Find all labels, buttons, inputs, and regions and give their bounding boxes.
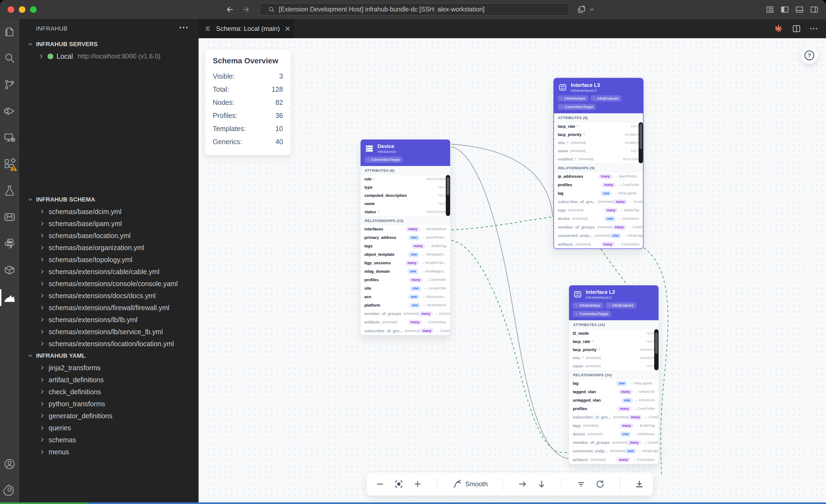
testing-icon[interactable] [0, 181, 19, 200]
search-view-icon[interactable] [0, 49, 19, 68]
yaml-folder-item[interactable]: artifact_definitions [19, 374, 198, 386]
relationship-row[interactable]: member_of_groups (inherited) many → Core… [361, 310, 450, 318]
zoom-out-button[interactable] [375, 480, 384, 489]
source-control-icon[interactable] [0, 75, 19, 94]
new-window-icon[interactable] [577, 5, 586, 14]
pane-infrahub-servers[interactable]: INFRAHUB SERVERS [19, 38, 198, 50]
relationship-row[interactable]: primary_address one → IpamIPAddr... [361, 234, 450, 242]
server-item-local[interactable]: Local http://localhost:8000 (v1.6.0) [19, 50, 198, 62]
relationship-row[interactable]: lag one → InfraLagInte... [569, 379, 659, 388]
card-scrollbar[interactable] [446, 175, 450, 216]
attribute-row[interactable]: enabled ? (inherited) BOOLEAN [554, 155, 643, 163]
relationship-row[interactable]: artifacts (inherited) many → CoreArtifac… [554, 240, 643, 248]
relationship-row[interactable]: profiles many → CoreProfile [554, 181, 643, 189]
relationship-row[interactable]: asn one → InfraAutono... [361, 293, 450, 301]
containers-icon[interactable] [0, 260, 19, 279]
tab-schema-local-main[interactable]: Schema: Local (main) [198, 19, 294, 38]
relationship-row[interactable]: platform one → InfraPlatform [361, 301, 450, 310]
command-center[interactable]: [Extension Development Host] infrahub-bu… [259, 3, 570, 16]
layout-horizontal-button[interactable] [518, 480, 527, 489]
toggle-secondary-sidebar-icon[interactable] [810, 5, 819, 14]
relationship-row[interactable]: profiles many → CoreProfile [361, 276, 450, 284]
remote-explorer-icon[interactable] [0, 128, 19, 147]
relationship-row[interactable]: member_of_groups (inherited) many → Core… [569, 438, 659, 447]
attribute-row[interactable]: mtu ? (inherited) NUMBER [554, 139, 643, 147]
card-scrollbar[interactable] [639, 122, 643, 163]
schema-graph-canvas[interactable]: Schema Overview Visible: 3 Total: 128 No… [198, 38, 826, 502]
yaml-folder-item[interactable]: check_definitions [19, 386, 198, 398]
split-editor-icon[interactable] [791, 24, 802, 34]
forward-arrow-icon[interactable] [241, 5, 250, 14]
schema-file-item[interactable]: schemas/base/dcim.yml [19, 205, 198, 217]
relationship-row[interactable]: lag one → InfraLagInte... [554, 189, 643, 198]
schema-file-item[interactable]: schemas/extensions/docs/docs.yml [19, 290, 198, 302]
schema-file-item[interactable]: schemas/extensions/lb/lb.yml [19, 314, 198, 326]
schema-file-item[interactable]: schemas/extensions/lb/service_lb.yml [19, 326, 198, 338]
relationship-row[interactable]: member_of_groups (inherited) many → Core… [554, 223, 643, 232]
relationship-row[interactable]: subscriber_of_gro... (inherited) many → … [569, 413, 659, 422]
pane-infrahub-schema[interactable]: INFRAHUB SCHEMA [19, 194, 198, 205]
attribute-row[interactable]: name (inherited) TEXT [569, 362, 659, 370]
relationship-row[interactable]: subscriber_of_gro... (inherited) many → … [361, 326, 450, 335]
yaml-folder-item[interactable]: jinja2_transforms [19, 362, 198, 374]
infrahub-logo-icon[interactable] [773, 23, 784, 34]
relationship-row[interactable]: artifacts (inherited) many → CoreArtifac… [569, 455, 659, 464]
relationship-row[interactable]: connected_endp... (inherited) one → Infr… [554, 232, 643, 240]
relationship-row[interactable]: connected_endp... (inherited) one → Infr… [569, 447, 659, 455]
more-actions-icon[interactable] [179, 27, 188, 28]
relationship-row[interactable]: profiles many → CoreProfile [569, 404, 659, 413]
attribute-row[interactable]: mtu ? (inherited) NUMBER [569, 354, 659, 362]
zoom-window-button[interactable] [30, 6, 37, 13]
settings-gear-icon[interactable] [0, 480, 19, 499]
minimize-window-button[interactable] [19, 6, 25, 13]
chevron-down-icon[interactable] [589, 7, 595, 12]
relationship-row[interactable]: tags (inherited) many → BuiltinTag [569, 422, 659, 430]
node-header[interactable]: Interface L3 InfraInterfaceL3 ↑ InfraInt… [554, 78, 643, 113]
relationship-row[interactable]: ip_addresses many → IpamIPAddr... [554, 172, 643, 181]
explorer-icon[interactable] [0, 22, 19, 41]
infrahub-view-icon[interactable] [0, 288, 19, 307]
back-arrow-icon[interactable] [226, 5, 234, 14]
zoom-in-button[interactable] [413, 480, 422, 489]
relationship-row[interactable]: tagged_vlan many → InfraVLAN [569, 388, 659, 396]
layout-vertical-button[interactable] [537, 480, 546, 489]
extension-m-icon[interactable] [0, 207, 19, 227]
schema-file-item[interactable]: schemas/base/location.yml [19, 230, 198, 242]
extensions-icon[interactable] [0, 154, 19, 174]
relationship-row[interactable]: mlag_domain one → InfraMlagDo... [361, 267, 450, 276]
attribute-row[interactable]: lacp_priority ? NUMBER [569, 345, 659, 354]
relationship-row[interactable]: subscriber_of_gro... (inherited) many → … [554, 198, 643, 206]
fit-view-button[interactable] [394, 480, 403, 489]
schema-node-device[interactable]: Device InfraDevice ↑ CoreArtifactTarget … [360, 139, 451, 335]
yaml-folder-item[interactable]: python_transforms [19, 398, 198, 410]
relationship-row[interactable]: artifacts (inherited) many → CoreArtifac… [361, 318, 450, 326]
relationship-row[interactable]: object_template one → TemplateInf... [361, 250, 450, 259]
attribute-row[interactable]: lacp_rate ? TEXT [554, 122, 643, 130]
yaml-folder-item[interactable]: generator_definitions [19, 410, 198, 422]
attribute-row[interactable]: computed_description TEXT [361, 191, 450, 200]
schema-file-item[interactable]: schemas/extensions/console/console.yaml [19, 278, 198, 290]
pane-infrahub-yaml[interactable]: INFRAHUB YAML [19, 350, 198, 362]
relationship-row[interactable]: site one → LocationSite [361, 284, 450, 293]
attribute-row[interactable]: l2_mode TEXT [569, 329, 659, 337]
attribute-row[interactable]: lacp_priority ? NUMBER [554, 130, 643, 139]
customize-layout-icon[interactable] [765, 5, 775, 14]
more-actions-icon[interactable] [809, 24, 818, 33]
schema-file-item[interactable]: schemas/base/topology.yml [19, 254, 198, 266]
relationship-row[interactable]: tags (inherited) many → BuiltinTag [554, 206, 643, 214]
yaml-folder-item[interactable]: menus [19, 446, 198, 458]
attribute-row[interactable]: lacp_rate ? TEXT [569, 337, 659, 345]
node-header[interactable]: Device InfraDevice ↑ CoreArtifactTarget [361, 139, 450, 166]
attribute-row[interactable]: type TEXT [361, 183, 450, 191]
relationship-row[interactable]: interfaces many → InfraInterface [361, 225, 450, 234]
schema-file-item[interactable]: schemas/base/ipam.yml [19, 217, 198, 230]
toggle-primary-sidebar-icon[interactable] [780, 5, 789, 14]
attribute-row[interactable]: name (inherited) TEXT [554, 147, 643, 155]
relationship-row[interactable]: bgp_sessions many → InfraBGPSe... [361, 259, 450, 267]
refresh-button[interactable] [595, 480, 605, 489]
node-header[interactable]: Interface L2 InfraInterfaceL2 ↑ InfraInt… [569, 285, 659, 320]
schema-node-interface-l3[interactable]: Interface L3 InfraInterfaceL3 ↑ InfraInt… [553, 78, 644, 249]
yaml-folder-item[interactable]: schemas [19, 434, 198, 446]
smooth-edges-button[interactable]: Smooth [452, 479, 488, 489]
yaml-folder-item[interactable]: queries [19, 422, 198, 434]
